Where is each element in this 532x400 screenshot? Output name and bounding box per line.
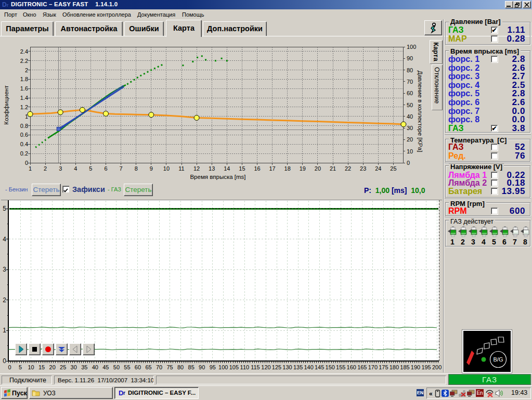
svg-text:12: 12 [193, 165, 200, 172]
svg-text:175: 175 [379, 364, 388, 370]
svg-text:100: 100 [407, 44, 416, 50]
svg-text:15: 15 [38, 364, 45, 370]
svg-text:85: 85 [188, 364, 194, 370]
svg-text:6: 6 [104, 165, 107, 172]
svg-text:165: 165 [357, 364, 367, 370]
svg-text:5: 5 [19, 364, 22, 370]
svg-text:1.8: 1.8 [20, 76, 28, 82]
svg-text:5: 5 [89, 165, 92, 172]
svg-text:8: 8 [135, 165, 138, 172]
svg-text:60: 60 [407, 90, 413, 96]
svg-text:Давление в коллекторе [KPa]: Давление в коллекторе [KPa] [417, 71, 423, 152]
svg-text:24: 24 [375, 165, 381, 172]
svg-text:105: 105 [229, 364, 239, 370]
svg-text:10: 10 [407, 148, 413, 154]
svg-text:115: 115 [251, 364, 260, 370]
svg-text:13: 13 [209, 165, 215, 172]
svg-text:65: 65 [145, 364, 151, 370]
svg-text:21: 21 [330, 165, 336, 172]
svg-text:7: 7 [120, 165, 123, 172]
svg-text:20: 20 [49, 364, 56, 370]
svg-text:16: 16 [254, 165, 260, 172]
svg-text:0.2: 0.2 [20, 150, 28, 157]
svg-text:110: 110 [240, 364, 250, 370]
svg-text:0: 0 [8, 364, 11, 370]
svg-text:17: 17 [269, 165, 275, 172]
svg-text:0: 0 [407, 160, 410, 166]
svg-text:0.8: 0.8 [20, 123, 28, 129]
svg-text:50: 50 [407, 102, 413, 108]
svg-text:14: 14 [224, 165, 230, 172]
svg-text:135: 135 [293, 364, 303, 370]
svg-text:2: 2 [25, 67, 28, 73]
svg-text:15: 15 [239, 165, 245, 172]
svg-text:4: 4 [3, 236, 6, 243]
svg-text:170: 170 [368, 364, 378, 370]
svg-text:10: 10 [163, 165, 170, 172]
svg-text:40: 40 [407, 113, 413, 120]
svg-text:195: 195 [421, 364, 431, 370]
svg-text:20: 20 [315, 165, 321, 172]
svg-text:80: 80 [407, 67, 413, 73]
svg-text:9: 9 [150, 165, 153, 172]
svg-text:19: 19 [300, 165, 306, 172]
svg-text:1.6: 1.6 [20, 85, 28, 92]
svg-text:40: 40 [92, 364, 98, 370]
svg-text:200: 200 [432, 364, 442, 370]
svg-text:90: 90 [199, 364, 205, 370]
svg-text:30: 30 [71, 364, 77, 370]
svg-text:95: 95 [210, 364, 216, 370]
svg-text:90: 90 [407, 55, 413, 61]
svg-text:2.2: 2.2 [20, 58, 28, 64]
svg-text:1.2: 1.2 [20, 104, 28, 110]
svg-text:30: 30 [407, 125, 413, 131]
svg-text:Время впрыска [ms]: Время впрыска [ms] [190, 174, 245, 180]
svg-text:150: 150 [326, 364, 335, 370]
svg-text:0.4: 0.4 [20, 141, 28, 147]
svg-text:120: 120 [261, 364, 270, 370]
svg-text:70: 70 [156, 364, 162, 370]
svg-text:130: 130 [282, 364, 292, 370]
svg-text:2: 2 [44, 165, 47, 172]
svg-text:1.4: 1.4 [20, 95, 28, 101]
svg-text:0: 0 [3, 357, 6, 365]
svg-text:1: 1 [3, 327, 6, 334]
svg-text:20: 20 [407, 136, 413, 143]
svg-text:55: 55 [124, 364, 130, 370]
svg-text:45: 45 [102, 364, 109, 370]
svg-text:100: 100 [218, 364, 228, 370]
svg-text:0.6: 0.6 [20, 132, 28, 138]
svg-text:160: 160 [347, 364, 356, 370]
svg-text:25: 25 [60, 364, 66, 370]
svg-text:B/G: B/G [494, 356, 503, 363]
svg-text:190: 190 [411, 364, 420, 370]
svg-text:22: 22 [345, 165, 351, 172]
svg-text:125: 125 [272, 364, 281, 370]
svg-text:3: 3 [59, 165, 62, 172]
svg-text:Коэффициент: Коэффициент [3, 85, 9, 125]
svg-text:25: 25 [390, 165, 396, 172]
svg-text:1: 1 [29, 165, 32, 172]
svg-text:185: 185 [400, 364, 409, 370]
svg-text:80: 80 [177, 364, 184, 370]
svg-text:140: 140 [304, 364, 313, 370]
svg-text:0: 0 [25, 160, 28, 166]
svg-text:11: 11 [178, 165, 184, 172]
svg-text:1: 1 [25, 113, 28, 120]
svg-text:50: 50 [113, 364, 120, 370]
svg-text:18: 18 [284, 165, 291, 172]
svg-text:4: 4 [74, 165, 77, 172]
svg-text:2: 2 [3, 296, 6, 304]
svg-text:3: 3 [3, 266, 6, 273]
svg-text:10: 10 [28, 364, 34, 370]
svg-text:23: 23 [360, 165, 366, 172]
svg-text:60: 60 [135, 364, 141, 370]
svg-text:5: 5 [3, 205, 6, 212]
svg-text:180: 180 [390, 364, 399, 370]
svg-text:155: 155 [336, 364, 345, 370]
svg-text:70: 70 [407, 79, 413, 85]
svg-text:75: 75 [166, 364, 173, 370]
svg-text:35: 35 [81, 364, 87, 370]
svg-text:145: 145 [315, 364, 324, 370]
svg-text:2.4: 2.4 [20, 48, 28, 55]
